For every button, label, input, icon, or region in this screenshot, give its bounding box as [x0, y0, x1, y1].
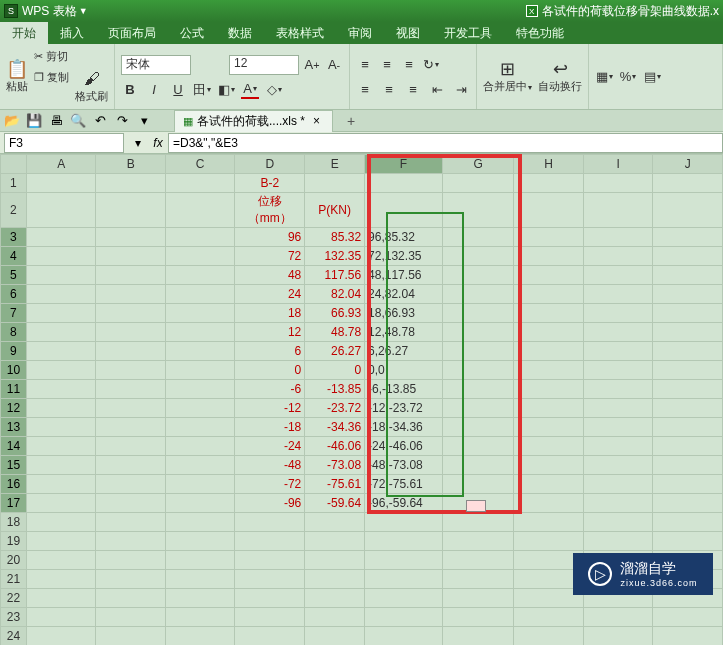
- cell[interactable]: 117.56: [305, 266, 365, 285]
- orientation-button[interactable]: ↻▾: [422, 56, 440, 74]
- cell[interactable]: [653, 399, 723, 418]
- cell[interactable]: [653, 228, 723, 247]
- qat-open-icon[interactable]: 📂: [4, 113, 20, 129]
- cell[interactable]: [514, 228, 584, 247]
- cell[interactable]: -12,-23.72: [365, 399, 443, 418]
- cell[interactable]: -59.64: [305, 494, 365, 513]
- paste-button[interactable]: 📋 粘贴: [6, 60, 28, 94]
- row-header-14[interactable]: 14: [1, 437, 27, 456]
- row-header-17[interactable]: 17: [1, 494, 27, 513]
- cell[interactable]: [365, 551, 443, 570]
- cell[interactable]: [165, 285, 235, 304]
- cell[interactable]: [165, 380, 235, 399]
- fx-dropdown-icon[interactable]: ▾: [128, 136, 148, 150]
- cell[interactable]: [26, 627, 96, 646]
- cell[interactable]: [583, 475, 652, 494]
- row-header-22[interactable]: 22: [1, 589, 27, 608]
- cell[interactable]: [365, 532, 443, 551]
- menu-data[interactable]: 数据: [216, 22, 264, 44]
- qat-preview-icon[interactable]: 🔍: [70, 113, 86, 129]
- cell[interactable]: [442, 475, 514, 494]
- cell[interactable]: [442, 589, 514, 608]
- cell[interactable]: 0: [235, 361, 305, 380]
- cell[interactable]: [514, 266, 584, 285]
- cell[interactable]: -24,-46.06: [365, 437, 443, 456]
- row-header-5[interactable]: 5: [1, 266, 27, 285]
- cell[interactable]: [514, 285, 584, 304]
- cell[interactable]: [442, 304, 514, 323]
- cell[interactable]: 66.93: [305, 304, 365, 323]
- cell[interactable]: 85.32: [305, 228, 365, 247]
- cell[interactable]: [653, 437, 723, 456]
- cell[interactable]: [26, 193, 96, 228]
- cell[interactable]: [514, 304, 584, 323]
- cell[interactable]: [165, 437, 235, 456]
- cell[interactable]: [165, 608, 235, 627]
- cell[interactable]: [514, 513, 584, 532]
- cell[interactable]: [26, 228, 96, 247]
- row-header-2[interactable]: 2: [1, 193, 27, 228]
- cell[interactable]: 48: [235, 266, 305, 285]
- cell[interactable]: [442, 228, 514, 247]
- cell[interactable]: [514, 608, 584, 627]
- row-header-8[interactable]: 8: [1, 323, 27, 342]
- cell[interactable]: -13.85: [305, 380, 365, 399]
- decrease-font-button[interactable]: A-: [325, 56, 343, 74]
- cell[interactable]: [165, 323, 235, 342]
- cell[interactable]: [653, 475, 723, 494]
- align-left-button[interactable]: ≡: [356, 81, 374, 99]
- cell[interactable]: [514, 247, 584, 266]
- cell[interactable]: [96, 513, 166, 532]
- cell[interactable]: [165, 627, 235, 646]
- cell[interactable]: 位移（mm）: [235, 193, 305, 228]
- col-header-B[interactable]: B: [96, 155, 166, 174]
- cell[interactable]: [165, 193, 235, 228]
- menu-table-style[interactable]: 表格样式: [264, 22, 336, 44]
- menu-home[interactable]: 开始: [0, 22, 48, 44]
- cell[interactable]: [442, 551, 514, 570]
- font-size-select[interactable]: 12: [229, 55, 299, 75]
- row-header-3[interactable]: 3: [1, 228, 27, 247]
- cell[interactable]: [235, 589, 305, 608]
- cell[interactable]: [96, 608, 166, 627]
- cell[interactable]: [514, 380, 584, 399]
- cell[interactable]: -73.08: [305, 456, 365, 475]
- app-menu-dropdown-icon[interactable]: ▼: [79, 6, 88, 16]
- cell[interactable]: [26, 380, 96, 399]
- cell[interactable]: [96, 475, 166, 494]
- cell[interactable]: [26, 285, 96, 304]
- bold-button[interactable]: B: [121, 81, 139, 99]
- cell[interactable]: [26, 399, 96, 418]
- cell[interactable]: [583, 247, 652, 266]
- cell[interactable]: -72,-75.61: [365, 475, 443, 494]
- cell[interactable]: [165, 494, 235, 513]
- cell[interactable]: [514, 361, 584, 380]
- menu-insert[interactable]: 插入: [48, 22, 96, 44]
- cell[interactable]: [365, 174, 443, 193]
- cell[interactable]: [583, 323, 652, 342]
- cell[interactable]: [583, 437, 652, 456]
- cell[interactable]: [26, 456, 96, 475]
- format-dropdown-1[interactable]: ▦▾: [595, 68, 613, 86]
- underline-button[interactable]: U: [169, 81, 187, 99]
- workbook-tab[interactable]: ▦ 各试件的荷载....xls * ×: [174, 110, 333, 132]
- cell[interactable]: [96, 247, 166, 266]
- indent-decrease-button[interactable]: ⇤: [428, 81, 446, 99]
- cell[interactable]: [583, 399, 652, 418]
- cell[interactable]: [583, 361, 652, 380]
- row-header-23[interactable]: 23: [1, 608, 27, 627]
- cell[interactable]: [653, 285, 723, 304]
- cell[interactable]: [442, 247, 514, 266]
- select-all-corner[interactable]: [1, 155, 27, 174]
- align-center-button[interactable]: ≡: [380, 81, 398, 99]
- cell[interactable]: [96, 551, 166, 570]
- col-header-F[interactable]: F: [365, 155, 443, 174]
- cell[interactable]: [165, 304, 235, 323]
- menu-review[interactable]: 审阅: [336, 22, 384, 44]
- cell[interactable]: [442, 627, 514, 646]
- cell[interactable]: [96, 174, 166, 193]
- copy-button[interactable]: ❐ 复制: [34, 70, 69, 104]
- cell[interactable]: [514, 437, 584, 456]
- row-header-19[interactable]: 19: [1, 532, 27, 551]
- fx-button[interactable]: fx: [148, 136, 168, 150]
